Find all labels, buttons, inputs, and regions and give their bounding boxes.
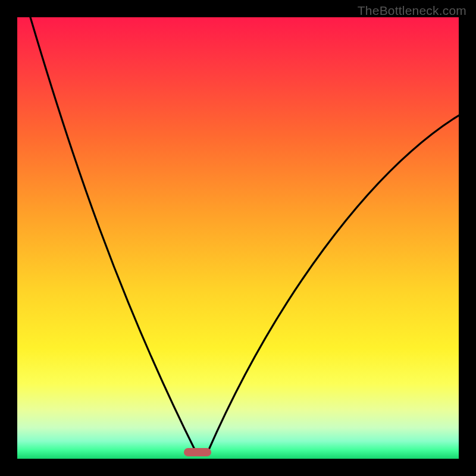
watermark-text: TheBottleneck.com (358, 4, 466, 18)
optimal-point-marker (184, 448, 211, 456)
bottleneck-curve (17, 17, 459, 459)
curve-left-branch (30, 17, 196, 452)
curve-right-branch (208, 115, 459, 452)
chart-plot-area (17, 17, 459, 459)
